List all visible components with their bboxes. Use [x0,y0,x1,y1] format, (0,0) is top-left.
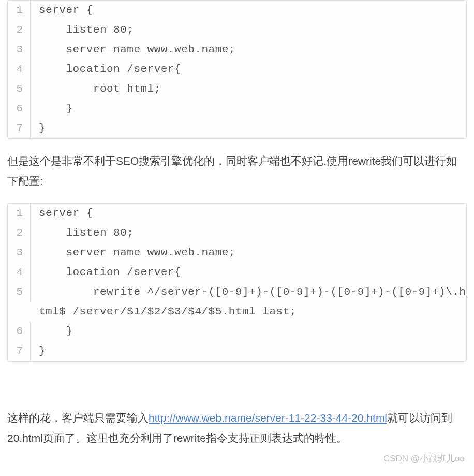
line-number: 1 [8,204,31,223]
url-link[interactable]: http://www.web.name/server-11-22-33-44-2… [149,412,387,424]
code-line: 3 server_name www.web.name; [8,40,466,60]
code-block-2: 1 server { 2 listen 80; 3 server_name ww… [7,203,467,362]
code-line: 7 } [8,119,466,138]
paragraph-1: 但是这个是非常不利于SEO搜索引擎优化的，同时客户端也不好记.使用rewrite… [7,151,467,192]
line-number: 7 [8,341,31,361]
line-number: 2 [8,223,31,243]
code-content: } [31,99,466,119]
code-content: listen 80; [31,223,466,243]
code-content: } [31,119,466,138]
line-number: 7 [8,119,31,138]
code-line: 7 } [8,341,466,361]
code-line: 1 server { [8,204,466,223]
line-number: 3 [8,40,31,60]
code-content: listen 80; [31,20,466,40]
line-number: 1 [8,1,31,20]
paragraph-2-before: 这样的花，客户端只需要输入 [7,412,149,424]
line-number: 6 [8,322,31,341]
code-line: 5 rewrite ^/server-([0-9]+)-([0-9]+)-([0… [8,282,466,322]
code-content: location /server{ [31,60,466,79]
code-content: server_name www.web.name; [31,243,466,263]
line-number: 5 [8,79,31,99]
line-number: 4 [8,60,31,79]
code-line: 6 } [8,322,466,341]
code-content: location /server{ [31,263,466,282]
code-content: } [31,341,466,361]
code-line: 4 location /server{ [8,60,466,79]
code-content: root html; [31,79,466,99]
code-line: 5 root html; [8,79,466,99]
code-content: server_name www.web.name; [31,40,466,60]
line-number: 6 [8,99,31,119]
line-number: 4 [8,263,31,282]
code-content: server { [31,204,466,223]
code-content: } [31,322,466,341]
line-number: 5 [8,282,31,302]
code-content: rewrite ^/server-([0-9]+)-([0-9]+)-([0-9… [31,282,466,322]
code-line: 4 location /server{ [8,263,466,282]
code-line: 1 server { [8,1,466,20]
line-number: 3 [8,243,31,263]
code-block-1: 1 server { 2 listen 80; 3 server_name ww… [7,0,467,139]
code-content: server { [31,1,466,20]
code-line: 2 listen 80; [8,20,466,40]
code-line: 6 } [8,99,466,119]
watermark: CSDN @小跟班儿oo [383,451,465,467]
paragraph-2: 这样的花，客户端只需要输入http://www.web.name/server-… [7,408,467,449]
code-line: 3 server_name www.web.name; [8,243,466,263]
line-number: 2 [8,20,31,40]
code-line: 2 listen 80; [8,223,466,243]
